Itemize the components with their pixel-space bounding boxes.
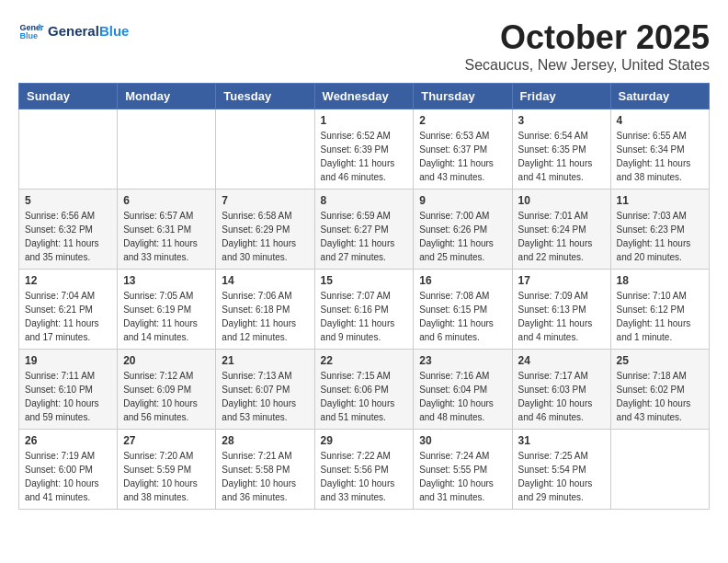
day-info: Sunrise: 6:57 AM Sunset: 6:31 PM Dayligh… [123,209,210,264]
day-number: 8 [321,194,408,207]
calendar-cell: 20Sunrise: 7:12 AM Sunset: 6:09 PM Dayli… [118,350,216,430]
day-number: 13 [123,274,210,287]
calendar-cell: 6Sunrise: 6:57 AM Sunset: 6:31 PM Daylig… [118,190,216,270]
calendar-cell: 23Sunrise: 7:16 AM Sunset: 6:04 PM Dayli… [414,350,512,430]
day-number: 12 [25,274,111,287]
day-info: Sunrise: 6:52 AM Sunset: 6:39 PM Dayligh… [321,129,408,184]
day-number: 4 [617,114,703,127]
day-info: Sunrise: 7:12 AM Sunset: 6:09 PM Dayligh… [123,369,210,424]
day-info: Sunrise: 6:53 AM Sunset: 6:37 PM Dayligh… [419,129,506,184]
day-number: 5 [25,194,111,207]
calendar-cell [118,109,216,190]
day-number: 6 [123,194,210,207]
day-number: 22 [321,354,408,367]
day-info: Sunrise: 7:01 AM Sunset: 6:24 PM Dayligh… [518,209,605,264]
calendar-cell: 12Sunrise: 7:04 AM Sunset: 6:21 PM Dayli… [19,270,118,350]
calendar-week-5: 26Sunrise: 7:19 AM Sunset: 6:00 PM Dayli… [19,430,710,510]
day-info: Sunrise: 7:21 AM Sunset: 5:58 PM Dayligh… [222,449,308,504]
day-number: 9 [419,194,506,207]
day-number: 25 [617,354,703,367]
calendar-cell: 2Sunrise: 6:53 AM Sunset: 6:37 PM Daylig… [414,109,512,190]
day-info: Sunrise: 7:08 AM Sunset: 6:15 PM Dayligh… [419,289,506,344]
day-info: Sunrise: 7:20 AM Sunset: 5:59 PM Dayligh… [123,449,210,504]
day-info: Sunrise: 7:24 AM Sunset: 5:55 PM Dayligh… [419,449,506,504]
calendar-week-3: 12Sunrise: 7:04 AM Sunset: 6:21 PM Dayli… [19,270,710,350]
calendar-header-row: SundayMondayTuesdayWednesdayThursdayFrid… [19,84,710,109]
calendar-cell: 29Sunrise: 7:22 AM Sunset: 5:56 PM Dayli… [314,430,414,510]
day-info: Sunrise: 7:04 AM Sunset: 6:21 PM Dayligh… [25,289,111,344]
day-number: 3 [518,114,605,127]
calendar-cell: 28Sunrise: 7:21 AM Sunset: 5:58 PM Dayli… [216,430,314,510]
calendar-cell: 19Sunrise: 7:11 AM Sunset: 6:10 PM Dayli… [19,350,118,430]
day-number: 28 [222,434,308,447]
day-number: 10 [518,194,605,207]
day-number: 23 [419,354,506,367]
day-info: Sunrise: 7:05 AM Sunset: 6:19 PM Dayligh… [123,289,210,344]
calendar-cell: 5Sunrise: 6:56 AM Sunset: 6:32 PM Daylig… [19,190,118,270]
day-info: Sunrise: 7:06 AM Sunset: 6:18 PM Dayligh… [222,289,308,344]
day-header-tuesday: Tuesday [216,84,314,109]
calendar-cell: 10Sunrise: 7:01 AM Sunset: 6:24 PM Dayli… [512,190,610,270]
calendar-table: SundayMondayTuesdayWednesdayThursdayFrid… [18,83,710,510]
day-header-saturday: Saturday [610,84,709,109]
calendar-cell: 24Sunrise: 7:17 AM Sunset: 6:03 PM Dayli… [512,350,610,430]
day-info: Sunrise: 7:13 AM Sunset: 6:07 PM Dayligh… [222,369,308,424]
calendar-cell [19,109,118,190]
day-info: Sunrise: 7:07 AM Sunset: 6:16 PM Dayligh… [321,289,408,344]
calendar-cell: 8Sunrise: 6:59 AM Sunset: 6:27 PM Daylig… [314,190,414,270]
day-info: Sunrise: 6:58 AM Sunset: 6:29 PM Dayligh… [222,209,308,264]
day-number: 26 [25,434,111,447]
day-number: 29 [321,434,408,447]
day-number: 30 [419,434,506,447]
day-number: 14 [222,274,308,287]
logo-icon: General Blue [18,18,44,44]
calendar-cell: 11Sunrise: 7:03 AM Sunset: 6:23 PM Dayli… [610,190,709,270]
calendar-cell [610,430,709,510]
day-info: Sunrise: 7:10 AM Sunset: 6:12 PM Dayligh… [617,289,703,344]
calendar-week-2: 5Sunrise: 6:56 AM Sunset: 6:32 PM Daylig… [19,190,710,270]
day-number: 17 [518,274,605,287]
day-info: Sunrise: 7:18 AM Sunset: 6:02 PM Dayligh… [617,369,703,424]
calendar-cell: 13Sunrise: 7:05 AM Sunset: 6:19 PM Dayli… [118,270,216,350]
day-number: 16 [419,274,506,287]
day-info: Sunrise: 7:11 AM Sunset: 6:10 PM Dayligh… [25,369,111,424]
day-info: Sunrise: 7:03 AM Sunset: 6:23 PM Dayligh… [617,209,703,264]
calendar-cell: 17Sunrise: 7:09 AM Sunset: 6:13 PM Dayli… [512,270,610,350]
day-info: Sunrise: 7:19 AM Sunset: 6:00 PM Dayligh… [25,449,111,504]
calendar-cell [216,109,314,190]
location-title: Secaucus, New Jersey, United States [465,57,711,74]
day-header-sunday: Sunday [19,84,118,109]
calendar-cell: 21Sunrise: 7:13 AM Sunset: 6:07 PM Dayli… [216,350,314,430]
calendar-week-4: 19Sunrise: 7:11 AM Sunset: 6:10 PM Dayli… [19,350,710,430]
calendar-cell: 7Sunrise: 6:58 AM Sunset: 6:29 PM Daylig… [216,190,314,270]
day-number: 31 [518,434,605,447]
day-number: 1 [321,114,408,127]
day-number: 20 [123,354,210,367]
day-info: Sunrise: 6:55 AM Sunset: 6:34 PM Dayligh… [617,129,703,184]
logo-text: GeneralBlue [48,24,129,40]
day-info: Sunrise: 7:25 AM Sunset: 5:54 PM Dayligh… [518,449,605,504]
day-header-thursday: Thursday [414,84,512,109]
day-header-wednesday: Wednesday [314,84,414,109]
day-number: 11 [617,194,703,207]
day-info: Sunrise: 7:15 AM Sunset: 6:06 PM Dayligh… [321,369,408,424]
calendar-week-1: 1Sunrise: 6:52 AM Sunset: 6:39 PM Daylig… [19,109,710,190]
day-number: 21 [222,354,308,367]
day-number: 24 [518,354,605,367]
day-info: Sunrise: 7:22 AM Sunset: 5:56 PM Dayligh… [321,449,408,504]
day-number: 15 [321,274,408,287]
calendar-cell: 18Sunrise: 7:10 AM Sunset: 6:12 PM Dayli… [610,270,709,350]
calendar-cell: 4Sunrise: 6:55 AM Sunset: 6:34 PM Daylig… [610,109,709,190]
day-number: 18 [617,274,703,287]
calendar-cell: 31Sunrise: 7:25 AM Sunset: 5:54 PM Dayli… [512,430,610,510]
day-info: Sunrise: 7:09 AM Sunset: 6:13 PM Dayligh… [518,289,605,344]
day-info: Sunrise: 7:00 AM Sunset: 6:26 PM Dayligh… [419,209,506,264]
calendar-cell: 27Sunrise: 7:20 AM Sunset: 5:59 PM Dayli… [118,430,216,510]
calendar-cell: 1Sunrise: 6:52 AM Sunset: 6:39 PM Daylig… [314,109,414,190]
day-number: 19 [25,354,111,367]
calendar-cell: 22Sunrise: 7:15 AM Sunset: 6:06 PM Dayli… [314,350,414,430]
day-info: Sunrise: 6:54 AM Sunset: 6:35 PM Dayligh… [518,129,605,184]
calendar-cell: 16Sunrise: 7:08 AM Sunset: 6:15 PM Dayli… [414,270,512,350]
day-number: 7 [222,194,308,207]
day-header-friday: Friday [512,84,610,109]
